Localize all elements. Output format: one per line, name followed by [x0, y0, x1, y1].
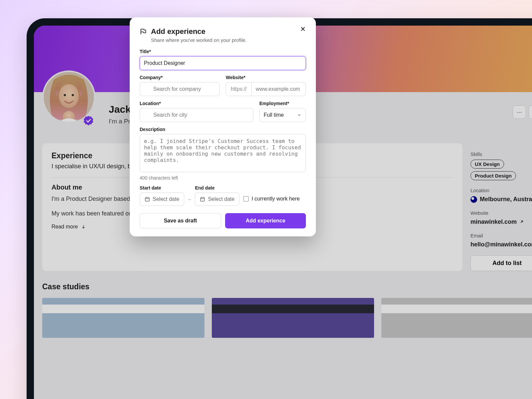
end-date-input[interactable]: Select date: [195, 193, 239, 206]
start-date-input[interactable]: Select date: [140, 193, 184, 206]
calendar-icon: [145, 197, 150, 202]
title-label: Title*: [140, 49, 306, 54]
employment-label: Employment*: [259, 101, 306, 106]
date-separator: –: [188, 196, 191, 206]
location-input[interactable]: [140, 108, 253, 122]
title-input[interactable]: [140, 56, 306, 70]
add-experience-modal: Add experience Share where you've worked…: [130, 17, 316, 236]
add-experience-button[interactable]: Add experience: [225, 213, 306, 228]
close-icon: [300, 26, 306, 32]
location-field-label: Location*: [140, 101, 253, 106]
svg-rect-7: [200, 198, 204, 201]
svg-rect-6: [145, 198, 149, 201]
save-draft-button[interactable]: Save as draft: [140, 213, 221, 228]
start-date-placeholder: Select date: [153, 196, 179, 202]
description-label: Description: [140, 127, 306, 132]
website-input[interactable]: [252, 82, 306, 96]
end-date-label: End date: [195, 185, 239, 191]
employment-select[interactable]: Full time: [259, 108, 306, 122]
current-work-label: I currently work here: [251, 196, 300, 202]
end-date-placeholder: Select date: [208, 196, 234, 202]
chevron-down-icon: [297, 113, 302, 117]
flag-icon: [140, 28, 147, 35]
company-label: Company*: [140, 75, 220, 80]
description-textarea[interactable]: [140, 134, 306, 172]
modal-title: Add experience: [151, 27, 205, 36]
modal-subtitle: Share where you've worked on your profil…: [151, 37, 306, 43]
close-button[interactable]: [300, 26, 306, 33]
website-label: Website*: [226, 75, 306, 80]
start-date-label: Start date: [140, 185, 184, 191]
calendar-icon: [200, 197, 205, 202]
current-work-checkbox[interactable]: [243, 196, 249, 201]
char-count: 400 characters left: [140, 175, 306, 181]
company-input[interactable]: [140, 82, 220, 96]
employment-value: Full time: [264, 112, 284, 118]
website-prefix: https://: [226, 82, 252, 96]
